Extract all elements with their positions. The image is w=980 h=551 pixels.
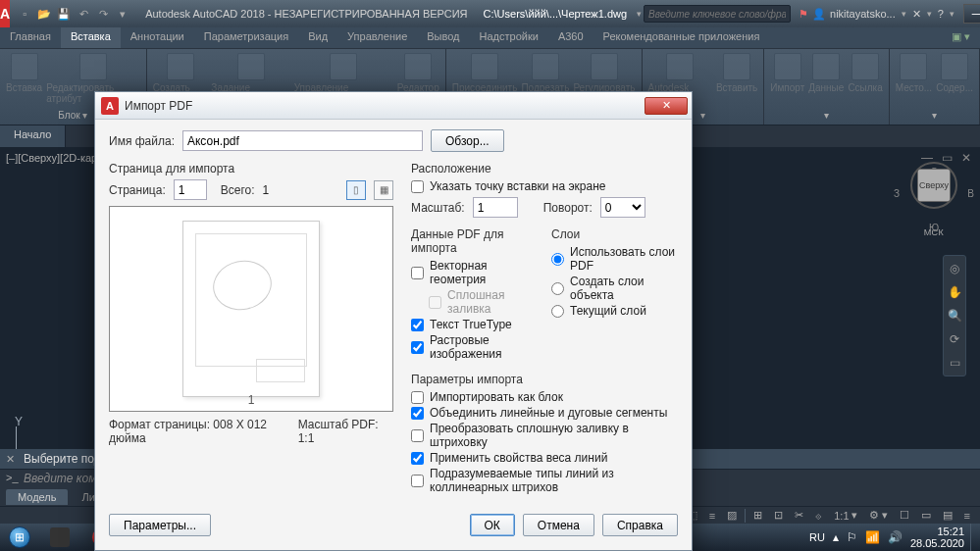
viewcube-face[interactable]: Сверху: [917, 169, 951, 202]
tool-link[interactable]: Ссылка: [848, 53, 882, 108]
navbar-wheel-icon[interactable]: ◎: [950, 262, 959, 276]
app-title: Autodesk AutoCAD 2018 - НЕЗАРЕГИСТРИРОВА…: [137, 8, 475, 20]
view-single-icon[interactable]: ▯: [346, 180, 366, 200]
page-format: Формат страницы: 008 X 012 дюйма: [109, 418, 298, 445]
radio-obj-layers[interactable]: [551, 282, 564, 295]
start-button[interactable]: ⊞: [0, 524, 39, 551]
navbar-orbit-icon[interactable]: ⟳: [950, 332, 959, 346]
tab-view[interactable]: Вид: [298, 27, 337, 48]
view-grid-icon[interactable]: ▦: [374, 180, 393, 200]
total-value: 1: [263, 183, 270, 197]
dialog-close-button[interactable]: ✕: [645, 97, 688, 115]
params-button[interactable]: Параметры...: [109, 514, 211, 536]
vp-close-icon[interactable]: ✕: [958, 151, 974, 165]
open-icon[interactable]: 📂: [35, 5, 53, 23]
chk-truetype[interactable]: [411, 319, 424, 331]
tab-parametric[interactable]: Параметризация: [194, 27, 298, 48]
tab-insert[interactable]: Вставка: [61, 27, 121, 48]
cmd-close-icon[interactable]: ✕: [6, 453, 15, 466]
status-clean-icon[interactable]: ▤: [939, 509, 956, 522]
scale-input[interactable]: [473, 197, 518, 218]
tab-featured[interactable]: Рекомендованные приложения: [593, 27, 770, 48]
ribbon-expand-icon[interactable]: ▣ ▾: [942, 27, 980, 48]
status-gear-icon[interactable]: ⚙ ▾: [865, 509, 892, 522]
search-input[interactable]: [648, 9, 786, 20]
dialog-titlebar[interactable]: A Импорт PDF ✕: [95, 92, 692, 120]
save-icon[interactable]: 💾: [55, 5, 73, 23]
tab-annotate[interactable]: Аннотации: [121, 27, 194, 48]
filename-input[interactable]: [182, 130, 423, 151]
browse-button[interactable]: Обзор...: [431, 129, 504, 152]
filetab-start[interactable]: Начало: [0, 125, 66, 147]
chk-infer-lt[interactable]: [411, 475, 424, 487]
status-sc-icon[interactable]: ⊡: [770, 509, 787, 522]
help-icon[interactable]: ?: [938, 8, 944, 20]
taskbar-app-1[interactable]: [39, 525, 80, 550]
radio-pdf-layers[interactable]: [551, 253, 564, 266]
tool-content[interactable]: Содер...: [936, 53, 973, 108]
tab-manage[interactable]: Управление: [337, 27, 417, 48]
title-dropdown-icon[interactable]: ▾: [635, 9, 644, 19]
user-menu[interactable]: ⚑ 👤 nikitayatsko... ▾ ✕ ▾ ? ▾: [791, 8, 964, 21]
undo-icon[interactable]: ↶: [75, 5, 92, 23]
tray-chevron-icon[interactable]: ▴: [833, 530, 839, 544]
tray-clock[interactable]: 15:21 28.05.2020: [910, 526, 964, 549]
tab-a360[interactable]: A360: [548, 27, 593, 48]
app-logo[interactable]: A: [0, 0, 10, 27]
navbar-pan-icon[interactable]: ✋: [948, 285, 962, 299]
qat-dropdown-icon[interactable]: ▾: [114, 5, 131, 23]
tray-flag-icon[interactable]: ⚐: [847, 530, 857, 544]
pdfdata-title: Данные PDF для импорта: [411, 227, 538, 255]
chk-join-segments[interactable]: [411, 407, 424, 420]
tray-sound-icon[interactable]: 🔊: [888, 530, 903, 544]
chk-import-block[interactable]: [411, 391, 424, 404]
minimize-button[interactable]: —: [963, 4, 980, 24]
new-icon[interactable]: ▫: [16, 5, 33, 23]
page-preview[interactable]: 1: [109, 206, 393, 412]
chk-apply-lw[interactable]: [411, 452, 424, 465]
cancel-button[interactable]: Отмена: [523, 514, 594, 536]
chk-raster[interactable]: [411, 341, 424, 354]
tab-model[interactable]: Модель: [6, 489, 68, 505]
help-search[interactable]: [644, 5, 791, 23]
exchange-icon[interactable]: ✕: [912, 8, 921, 21]
status-custom-icon[interactable]: ≡: [960, 510, 974, 522]
chk-convert-hatch[interactable]: [411, 429, 424, 442]
tab-home[interactable]: Главная: [0, 27, 61, 48]
viewcube-east[interactable]: В: [967, 188, 974, 199]
status-scale[interactable]: 1:1 ▾: [830, 509, 860, 522]
tool-insert[interactable]: Вставка: [6, 53, 42, 108]
filename-label: Имя файла:: [109, 134, 175, 148]
chk-specify-onscreen[interactable]: [411, 180, 424, 193]
tab-addins[interactable]: Надстройки: [470, 27, 548, 48]
redo-icon[interactable]: ↷: [94, 5, 112, 23]
tray-lang[interactable]: RU: [809, 531, 825, 543]
status-iso-icon[interactable]: ☐: [896, 509, 913, 522]
viewcube-west[interactable]: З: [894, 188, 900, 199]
rotation-select[interactable]: 0: [600, 197, 645, 218]
viewcube-south[interactable]: Ю: [929, 223, 939, 233]
tool-geolocation[interactable]: Место...: [896, 53, 932, 108]
help-button[interactable]: Справка: [602, 514, 678, 536]
navbar-zoom-icon[interactable]: 🔍: [948, 309, 962, 323]
cmd-prompt-icon: >_: [6, 472, 19, 483]
viewcube[interactable]: С Ю В З Сверху МСК: [909, 165, 958, 237]
page-input[interactable]: [174, 179, 207, 200]
tab-output[interactable]: Вывод: [417, 27, 469, 48]
ok-button[interactable]: ОК: [470, 514, 515, 536]
navbar-showmotion-icon[interactable]: ▭: [950, 356, 960, 370]
status-qp-icon[interactable]: ⊞: [749, 509, 766, 522]
tool-import[interactable]: Импорт: [770, 53, 804, 108]
status-am-icon[interactable]: ⟐: [811, 510, 826, 522]
tool-insert2[interactable]: Вставить: [716, 53, 757, 108]
radio-cur-layer[interactable]: [551, 305, 564, 318]
tool-data[interactable]: Данные: [808, 53, 844, 108]
status-lw-icon[interactable]: ≡: [705, 510, 719, 522]
chk-vector[interactable]: [411, 267, 424, 279]
status-full-icon[interactable]: ▭: [917, 509, 935, 522]
show-desktop-button[interactable]: [970, 524, 980, 551]
status-trans-icon[interactable]: ▨: [723, 509, 741, 522]
tray-network-icon[interactable]: 📶: [865, 530, 880, 544]
status-ws-icon[interactable]: ✂: [791, 509, 807, 522]
user-dropdown-icon[interactable]: ▾: [900, 9, 908, 19]
